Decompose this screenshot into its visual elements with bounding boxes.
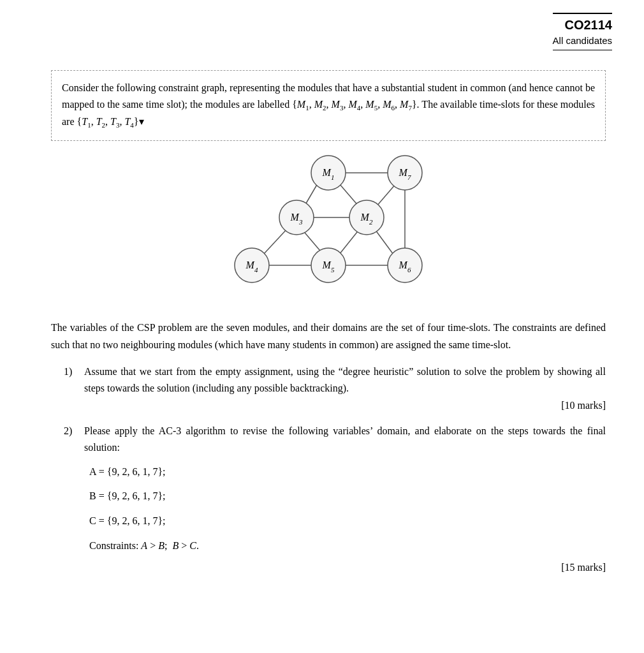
question-list: 1) Assume that we start from the empty a… — [64, 363, 606, 573]
question-1-body: Assume that we start from the empty assi… — [84, 363, 606, 397]
question-2-number: 2) — [64, 423, 79, 457]
set-b: B = {9, 2, 6, 1, 7}; — [89, 487, 606, 506]
header: CO2114 All candidates — [553, 13, 612, 50]
question-1-marks: [10 marks] — [64, 400, 606, 411]
intro-box: Consider the following constraint graph,… — [51, 70, 606, 141]
set-a: A = {9, 2, 6, 1, 7}; — [89, 463, 606, 481]
main-content: Consider the following constraint graph,… — [51, 70, 606, 573]
graph-container: M1 M7 M3 M2 M4 M5 M6 — [51, 154, 606, 300]
question-1: 1) Assume that we start from the empty a… — [64, 363, 606, 411]
question-2: 2) Please apply the AC-3 algorithm to re… — [64, 423, 606, 573]
set-c: C = {9, 2, 6, 1, 7}; — [89, 512, 606, 531]
svg-line-8 — [339, 229, 360, 254]
question-2-text: 2) Please apply the AC-3 algorithm to re… — [64, 423, 606, 457]
svg-line-6 — [263, 228, 288, 254]
course-code: CO2114 — [553, 18, 612, 33]
constraints: Constraints: A > B; B > C. — [89, 537, 606, 555]
question-2-marks: [15 marks] — [64, 562, 606, 573]
page: CO2114 All candidates Consider the follo… — [0, 0, 644, 653]
question-1-number: 1) — [64, 363, 79, 397]
svg-line-2 — [339, 184, 359, 207]
intro-text: Consider the following constraint graph,… — [62, 80, 595, 131]
question-2-body: Please apply the AC-3 algorithm to revis… — [84, 423, 606, 457]
header-subtitle: All candidates — [553, 35, 612, 50]
body-text: The variables of the CSP problem are the… — [51, 319, 606, 353]
svg-line-3 — [376, 184, 396, 207]
constraint-graph: M1 M7 M3 M2 M4 M5 M6 — [194, 154, 462, 300]
question-1-text: 1) Assume that we start from the empty a… — [64, 363, 606, 397]
